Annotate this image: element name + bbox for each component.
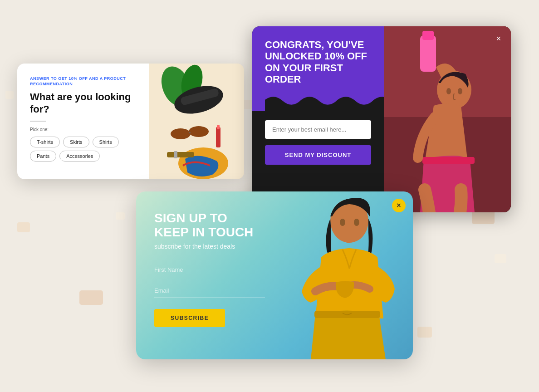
quiz-option-shirts[interactable]: Shirts	[93, 137, 119, 147]
deco-square-3	[79, 290, 103, 305]
svg-rect-21	[384, 26, 511, 212]
discount-left-panel: CONGRATS, YOU'VE UNLOCKED 10% OFF ON YOU…	[252, 26, 384, 212]
signup-firstname-input[interactable]	[154, 263, 265, 277]
quiz-pick-label: Pick one:	[30, 127, 138, 132]
svg-rect-11	[167, 152, 194, 157]
athlete-background	[384, 26, 511, 212]
quiz-option-accessories[interactable]: Accessories	[59, 151, 100, 162]
svg-point-25	[354, 219, 359, 226]
deco-square-2	[17, 222, 30, 232]
discount-right-panel	[384, 26, 511, 212]
quiz-divider	[30, 121, 46, 122]
deco-square-7	[417, 327, 432, 338]
signup-email-input[interactable]	[154, 284, 265, 298]
svg-rect-9	[216, 127, 220, 147]
quiz-subtitle: ANSWER TO GET 10% OFF AND A PRODUCT RECO…	[30, 76, 138, 87]
quiz-options: T-shirts Skirts Shirts Pants Accessories	[30, 137, 138, 162]
quiz-right-panel	[149, 64, 244, 179]
quiz-left-panel: ANSWER TO GET 10% OFF AND A PRODUCT RECO…	[17, 64, 149, 179]
signup-model-area	[272, 191, 413, 359]
signup-headline: SIGN UP TO KEEP IN TOUCH	[154, 211, 265, 240]
signup-close-button[interactable]: ×	[392, 199, 406, 212]
discount-email-input[interactable]	[265, 120, 371, 139]
discount-close-button[interactable]: ×	[493, 33, 505, 44]
quiz-popup: ANSWER TO GET 10% OFF AND A PRODUCT RECO…	[17, 64, 244, 179]
discount-popup: CONGRATS, YOU'VE UNLOCKED 10% OFF ON YOU…	[252, 26, 511, 212]
signup-content: SIGN UP TO KEEP IN TOUCH subscribe for t…	[136, 191, 281, 359]
quiz-title: What are you looking for?	[30, 91, 138, 115]
svg-point-5	[171, 128, 191, 139]
quiz-option-tshirts[interactable]: T-shirts	[30, 137, 60, 147]
signup-subscribe-button[interactable]: SUBSCRIBE	[154, 309, 225, 327]
discount-wave-svg	[265, 93, 397, 111]
athlete-svg	[384, 26, 511, 212]
signup-model-svg	[272, 191, 413, 359]
signup-headline-line2: KEEP IN TOUCH	[154, 225, 253, 239]
quiz-option-pants[interactable]: Pants	[30, 151, 56, 162]
svg-point-24	[340, 219, 345, 226]
svg-rect-12	[174, 151, 177, 158]
discount-purple-header: CONGRATS, YOU'VE UNLOCKED 10% OFF ON YOU…	[252, 26, 384, 111]
quiz-option-skirts[interactable]: Skirts	[63, 137, 89, 147]
quiz-product-svg	[149, 64, 244, 179]
discount-headline: CONGRATS, YOU'VE UNLOCKED 10% OFF ON YOU…	[265, 39, 371, 85]
signup-subtext: subscribe for the latest deals	[154, 242, 265, 251]
deco-square-6	[116, 212, 125, 220]
signup-headline-line1: SIGN UP TO	[154, 211, 227, 225]
svg-line-7	[189, 132, 191, 133]
deco-square-1	[5, 91, 14, 99]
quiz-product-image	[149, 64, 244, 179]
svg-rect-10	[217, 125, 220, 129]
deco-square-9	[495, 254, 506, 263]
svg-point-6	[189, 126, 209, 137]
discount-send-button[interactable]: SEND MY DISCOUNT	[265, 145, 371, 165]
signup-popup: SIGN UP TO KEEP IN TOUCH subscribe for t…	[136, 191, 413, 359]
